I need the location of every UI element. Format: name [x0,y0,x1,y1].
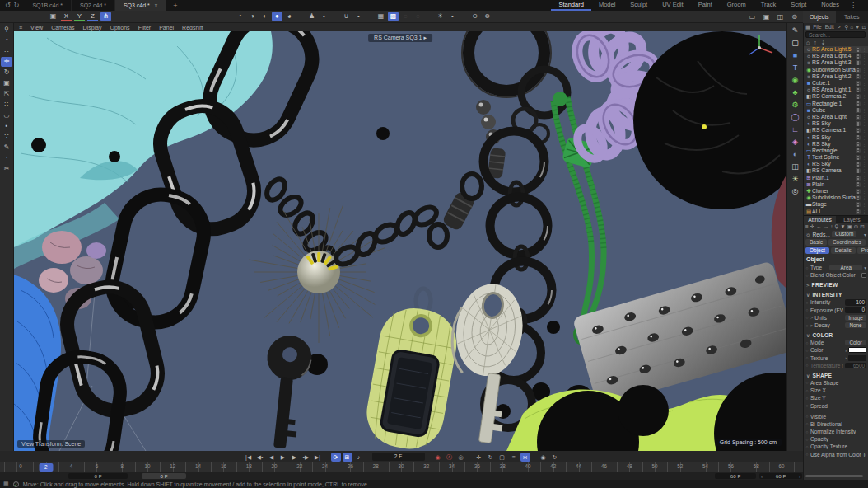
object-row-dots[interactable]: ⋮ [862,54,866,58]
attribute-value-button[interactable]: Image [845,315,866,321]
attribute-value-field[interactable]: 6500 [845,363,866,369]
mode-dropdown[interactable]: Custom [832,231,856,237]
cloner-icon[interactable]: ♣ [789,87,802,97]
snap-option-button[interactable]: ◌ [413,12,423,21]
object-list-item[interactable]: ▭Rectangle⋮ [804,148,868,154]
keyframe-dot-icon[interactable]: ○ [805,396,809,401]
attributes-tab-attributes[interactable]: Attributes [804,216,836,223]
viewport-menu-filter[interactable]: Filter [138,25,152,30]
keyframe-dot-icon[interactable]: ○ [805,414,809,419]
panel-tab-takes[interactable]: Takes [836,11,868,23]
visibility-toggle[interactable] [856,168,861,173]
object-row-dots[interactable]: ⋮ [862,88,866,92]
expand-icon[interactable]: ⊡ [860,223,864,230]
dropdown-arrow-icon[interactable]: ▾ [864,232,866,237]
material-icon[interactable]: ◎ [789,186,802,196]
object-row-dots[interactable]: ⋮ [862,210,866,214]
section-caret-icon[interactable]: ∨ [806,332,810,338]
object-list-item[interactable]: ◐RS Sky⋮ [804,141,868,148]
color-swatch[interactable] [848,347,866,353]
visibility-toggle[interactable] [856,135,861,140]
spline-circle-icon[interactable]: ◯ [789,112,802,122]
section-caret-icon[interactable]: > [806,283,810,288]
visibility-toggle[interactable] [856,128,861,133]
scroll-down-icon[interactable]: ⇣ [821,40,826,46]
range-start-marker[interactable]: 0 F [142,473,186,479]
lock-icon[interactable]: ▣ [847,223,852,230]
visibility-toggle[interactable] [856,176,861,181]
autokey-button[interactable]: Ⓐ [445,453,455,462]
next-frame-button[interactable]: ▶ [290,453,300,462]
previous-key-button[interactable]: ◀• [255,453,265,462]
object-list-item[interactable]: ☼RS Area Light.1⋮ [804,87,868,93]
objects-grid-icon[interactable]: ▦ [805,24,810,30]
texture-field[interactable] [848,355,866,361]
object-row-dots[interactable]: ⋮ [862,156,866,159]
visibility-toggle[interactable] [856,54,861,59]
object-row-dots[interactable]: ⋮ [862,109,866,112]
layout-tab-standard[interactable]: Standard [551,0,590,11]
environment-icon[interactable]: ◐ [789,149,802,159]
record-keyframe-button[interactable]: ◉ [433,453,443,462]
visibility-toggle[interactable] [856,115,861,120]
up-icon[interactable]: ↑ [830,223,833,229]
character-options-button[interactable]: • [319,12,329,21]
simulation-options-button[interactable]: • [353,12,364,21]
workplane-icon[interactable]: ▣ [48,12,58,21]
keyframe-dot-icon[interactable]: ○ [805,300,809,305]
object-list-item[interactable]: ☼RS Area Light.4⋮ [804,53,868,59]
keyframe-dot-icon[interactable]: ○ [805,273,809,278]
visibility-toggle[interactable] [856,209,861,214]
snap-frames-button[interactable]: ⊞ [343,453,352,462]
visibility-toggle[interactable] [856,195,861,200]
object-list-item[interactable]: ◧RS Camera⋮ [804,167,868,174]
attribute-value-button[interactable]: Color [845,340,866,346]
document-tab[interactable]: SQ1B.c4d * [24,0,72,11]
attr-tab-object[interactable]: Object [805,247,829,254]
previous-frame-button[interactable]: ◀ [267,453,277,462]
object-row-dots[interactable]: ⋮ [862,203,866,206]
keyframe-dot-icon[interactable]: ○ [805,380,809,385]
section-header-preview[interactable]: >PREVIEW [804,281,868,289]
playback-settings-button[interactable]: ↻ [550,453,560,462]
expand-caret-icon[interactable]: > [810,323,813,328]
volume-tools-button[interactable]: ☀ [435,12,446,21]
layout-tab-model[interactable]: Model [591,0,623,11]
visibility-toggle[interactable] [856,47,861,52]
rotate-tool[interactable]: ↻ [1,68,12,77]
parameter-key-button[interactable]: ≡ [509,453,519,462]
attribute-dropdown[interactable]: Area [829,265,862,271]
objects-search-input[interactable] [805,31,866,38]
visibility-toggle[interactable] [856,182,861,187]
render-settings-button[interactable]: ● [272,12,282,21]
viewport-menu-view[interactable]: View [30,25,43,30]
attribute-value-field[interactable]: 100 [845,299,866,306]
visibility-toggle[interactable] [856,94,861,99]
objects-menu-edit[interactable]: Edit [825,24,834,30]
render-view-window-icon[interactable]: ▭ [747,12,758,22]
interactive-render-button[interactable]: ◐ [259,12,270,21]
material-manager-icon[interactable]: ◫ [775,12,786,22]
visibility-toggle[interactable] [856,155,861,160]
rotation-key-button[interactable]: ↻ [486,453,496,462]
object-list-item[interactable]: ◐RS Sky⋮ [804,161,868,167]
search-icon[interactable]: ⚲ [844,24,848,30]
object-list-item[interactable]: ◐RS Sky⋮ [804,120,868,127]
viewport-menu-redshift[interactable]: Redshift [182,25,203,30]
end-frame-spinner[interactable]: ‹ 60 F › [759,473,802,479]
track-icon[interactable]: ⊙ [854,223,858,230]
object-row-dots[interactable]: ⋮ [862,61,866,64]
object-row-dots[interactable]: ⋮ [862,115,866,119]
search-icon[interactable]: ⚲ [835,223,839,230]
pen-tool[interactable]: ✎ [1,143,12,152]
object-row-dots[interactable]: ⋮ [862,129,866,132]
object-list-item[interactable]: ☼RS Area Light.3⋮ [804,59,868,66]
section-caret-icon[interactable]: ∨ [806,373,810,378]
visibility-toggle[interactable] [856,108,861,113]
keyframe-dot-icon[interactable]: ○ [805,307,809,312]
up-icon[interactable]: ↑ [814,40,817,45]
keyframe-dot-icon[interactable]: ○ [805,452,809,457]
layout-tab-track[interactable]: Track [754,0,783,11]
deformer-icon[interactable]: ◈ [789,137,802,147]
back-icon[interactable]: ← [816,223,822,229]
